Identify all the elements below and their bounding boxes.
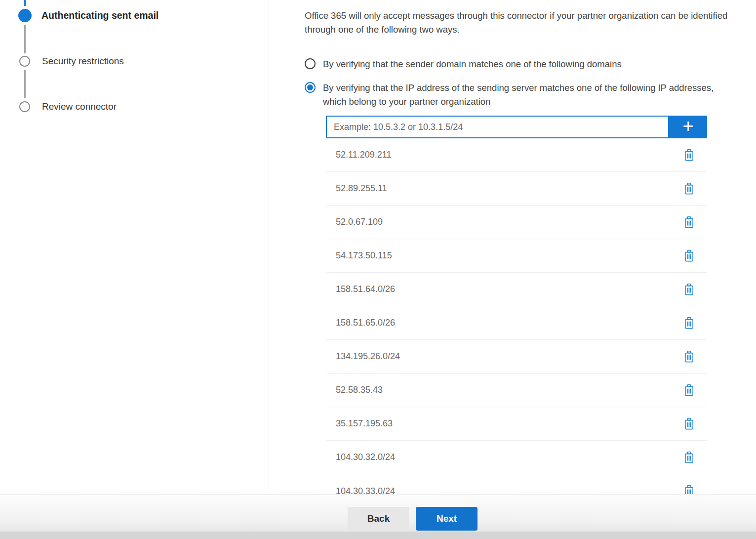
trash-icon bbox=[684, 451, 694, 464]
option-label: By verifying that the IP address of the … bbox=[323, 81, 727, 109]
ip-list-row: 54.173.50.115 bbox=[326, 239, 707, 273]
ip-address-input[interactable] bbox=[326, 116, 669, 138]
ip-list: 52.11.209.211 52.89.255.11 52.0.67.109 bbox=[326, 138, 707, 494]
step-content-panel: Office 365 will only accept messages thr… bbox=[269, 0, 756, 494]
ip-address-value: 52.58.35.43 bbox=[336, 385, 383, 395]
delete-ip-button[interactable] bbox=[683, 215, 695, 230]
ip-entry-row: + bbox=[326, 116, 707, 138]
wizard-footer: Back Next bbox=[0, 494, 756, 539]
stepper-connector-line bbox=[24, 70, 26, 98]
option-sender-domain[interactable]: By verifying that the sender domain matc… bbox=[305, 57, 756, 71]
step-description: Office 365 will only accept messages thr… bbox=[305, 9, 756, 37]
ip-address-value: 52.0.67.109 bbox=[336, 217, 383, 227]
option-label: By verifying that the sender domain matc… bbox=[323, 57, 622, 71]
trash-icon bbox=[684, 485, 694, 494]
ip-address-value: 52.89.255.11 bbox=[336, 183, 387, 194]
trash-icon bbox=[684, 317, 694, 330]
ip-list-row: 52.0.67.109 bbox=[326, 206, 707, 239]
ip-list-row: 134.195.26.0/24 bbox=[326, 340, 707, 373]
delete-ip-button[interactable] bbox=[683, 383, 695, 398]
verification-options: By verifying that the sender domain matc… bbox=[305, 57, 756, 109]
add-ip-button[interactable]: + bbox=[669, 116, 707, 138]
trash-icon bbox=[684, 417, 694, 430]
step-label: Authenticating sent email bbox=[41, 10, 159, 21]
delete-ip-button[interactable] bbox=[683, 450, 695, 465]
step-label: Review connector bbox=[42, 101, 117, 112]
ip-address-value: 158.51.64.0/26 bbox=[336, 284, 395, 294]
radio-unselected-icon[interactable] bbox=[305, 58, 316, 69]
step-circle-icon bbox=[19, 56, 30, 67]
next-button[interactable]: Next bbox=[416, 507, 477, 531]
plus-icon: + bbox=[682, 117, 693, 135]
ip-address-value: 158.51.65.0/26 bbox=[336, 318, 395, 328]
trash-icon bbox=[684, 350, 694, 363]
option-ip-address[interactable]: By verifying that the IP address of the … bbox=[305, 81, 756, 109]
delete-ip-button[interactable] bbox=[683, 316, 695, 331]
ip-address-value: 134.195.26.0/24 bbox=[336, 351, 400, 362]
delete-ip-button[interactable] bbox=[683, 249, 695, 263]
delete-ip-button[interactable] bbox=[683, 484, 695, 494]
delete-ip-button[interactable] bbox=[683, 349, 695, 364]
radio-selected-icon[interactable] bbox=[305, 82, 316, 93]
stepper-previous-step-line bbox=[24, 0, 26, 6]
delete-ip-button[interactable] bbox=[683, 282, 695, 297]
ip-list-row: 158.51.65.0/26 bbox=[326, 306, 707, 340]
ip-list-row: 52.58.35.43 bbox=[326, 373, 707, 407]
ip-list-row: 35.157.195.63 bbox=[326, 407, 707, 441]
delete-ip-button[interactable] bbox=[683, 148, 695, 163]
ip-address-value: 52.11.209.211 bbox=[336, 150, 391, 160]
trash-icon bbox=[684, 216, 694, 229]
trash-icon bbox=[684, 283, 694, 296]
ip-address-value: 104.30.33.0/24 bbox=[336, 486, 395, 495]
wizard-stepper: Authenticating sent email Security restr… bbox=[0, 0, 269, 494]
stepper-step-security-restrictions[interactable]: Security restrictions bbox=[19, 56, 124, 67]
trash-icon bbox=[684, 149, 694, 162]
ip-list-row: 104.30.32.0/24 bbox=[326, 441, 707, 474]
step-active-circle-icon bbox=[18, 9, 32, 22]
stepper-step-authenticating-sent-email[interactable]: Authenticating sent email bbox=[18, 9, 159, 22]
stepper-connector-line bbox=[24, 25, 26, 53]
ip-address-value: 54.173.50.115 bbox=[336, 250, 392, 261]
ip-list-row: 158.51.64.0/26 bbox=[326, 273, 707, 306]
back-button[interactable]: Back bbox=[348, 507, 409, 531]
ip-address-value: 35.157.195.63 bbox=[336, 418, 393, 429]
delete-ip-button[interactable] bbox=[683, 416, 695, 431]
delete-ip-button[interactable] bbox=[683, 181, 695, 196]
connector-wizard-page: Authenticating sent email Security restr… bbox=[0, 0, 756, 539]
ip-list-row: 104.30.33.0/24 bbox=[326, 474, 707, 494]
stepper-step-review-connector[interactable]: Review connector bbox=[19, 101, 117, 112]
ip-list-row: 52.89.255.11 bbox=[326, 172, 707, 206]
footer-buttons: Back Next bbox=[35, 495, 756, 531]
step-circle-icon bbox=[19, 101, 30, 112]
ip-address-value: 104.30.32.0/24 bbox=[336, 452, 395, 462]
trash-icon bbox=[684, 384, 694, 397]
trash-icon bbox=[684, 182, 694, 195]
step-label: Security restrictions bbox=[42, 56, 124, 67]
trash-icon bbox=[684, 249, 694, 262]
ip-list-row: 52.11.209.211 bbox=[326, 138, 707, 172]
